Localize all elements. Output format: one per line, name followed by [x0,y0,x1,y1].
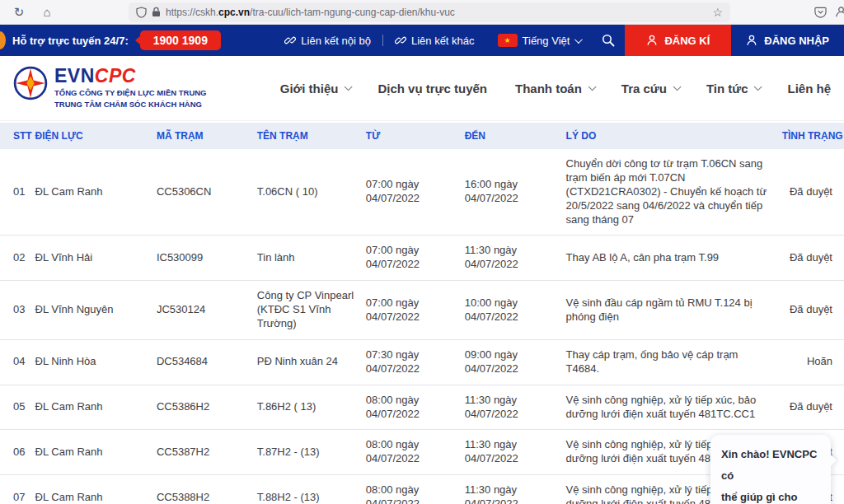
cell-stt: 07 [0,475,32,504]
cell-den: 16:00 ngày04/07/2022 [462,149,563,236]
nav-item-5[interactable]: Liên hệ [787,82,831,96]
cell-tu: 07:30 ngày04/07/2022 [363,339,462,385]
table-row: 05 ĐL Cam Ranh CC5386H2 T.86H2 ( 13) 08:… [0,385,844,430]
cell-ten-tram: Công ty CP Vinpearl (KTĐC S1 Vĩnh Trường… [254,281,363,340]
nav-item-1[interactable]: Dịch vụ trực tuyến [377,82,487,96]
site-header: EVNCPC TỔNG CÔNG TY ĐIỆN LỰC MIỀN TRUNG … [0,56,844,121]
cell-dien-luc: ĐL Cam Ranh [32,385,153,430]
search-button[interactable] [592,34,625,47]
cell-tu: 07:00 ngày04/07/2022 [363,281,462,340]
link-icon [284,35,296,46]
cell-tu: 07:00 ngày04/07/2022 [363,236,462,281]
register-button[interactable]: ĐĂNG KÍ [625,25,731,56]
hotline-badge[interactable]: 1900 1909 [140,30,221,50]
col-header-dien-luc: ĐIỆN LỰC [32,123,153,149]
home-icon[interactable]: ⌂ [36,6,58,18]
cell-dien-luc: ĐL Cam Ranh [32,475,153,504]
cell-stt: 06 [0,430,32,475]
cell-stt: 03 [0,281,32,340]
evncpc-logo[interactable]: EVNCPC TỔNG CÔNG TY ĐIỆN LỰC MIỀN TRUNG … [13,66,207,110]
cell-ly-do: Thay cáp trạm, ống bảo vệ cáp trạm T4684… [563,339,779,385]
col-header-ten-tram: TÊN TRẠM [254,123,363,149]
cell-ly-do: Vệ sinh công nghiệp, xử lý tiếp xúc, bảo… [563,385,779,430]
url-bar[interactable]: https://cskh.cpc.vn/tra-cuu/lich-tam-ngu… [129,2,730,22]
cell-ten-tram: T.06CN ( 10) [254,149,363,236]
browser-toolbar: ↻ ⌂ https://cskh.cpc.vn/tra-cuu/lich-tam… [0,0,844,25]
chat-line: Xin chào! EVNCPC có [721,444,820,487]
cell-dien-luc: ĐL Ninh Hòa [32,339,153,385]
nav-item-label: Liên hệ [787,82,831,96]
cell-den: 11:30 ngày04/07/2022 [462,236,563,281]
cell-ly-do: Chuyển dời công tơ từ trạm T.06CN sang t… [563,149,779,236]
cell-dien-luc: ĐL Vĩnh Nguyên [32,281,153,340]
cell-den: 11:30 ngày04/07/2022 [462,475,563,504]
nav-item-label: Tin tức [706,82,748,96]
chevron-down-icon [574,35,583,44]
main-navigation: Giới thiệuDịch vụ trực tuyếnThanh toánTr… [280,82,831,96]
nav-item-0[interactable]: Giới thiệu [280,82,350,96]
bookmark-star-icon[interactable]: ☆ [712,6,723,19]
url-text: https://cskh.cpc.vn/tra-cuu/lich-tam-ngu… [166,7,707,18]
lock-icon[interactable] [152,7,161,17]
cell-ma-tram: DC534684 [153,339,254,385]
nav-item-3[interactable]: Tra cứu [621,82,678,96]
col-header-ly-do: LÝ DO [563,123,779,149]
chat-greeting-bubble[interactable]: Xin chào! EVNCPC có thể giúp gì cho bạn? [710,435,831,504]
cell-ten-tram: T.87H2 - (13) [254,430,363,475]
cell-dien-luc: ĐL Vĩnh Hải [32,236,153,281]
tracking-shield-icon[interactable] [136,7,147,18]
cell-tu: 07:00 ngày04/07/2022 [363,149,462,236]
headset-icon [0,31,6,49]
cell-ten-tram: T.88H2 - (13) [254,475,363,504]
nav-item-4[interactable]: Tin tức [706,82,760,96]
cell-ma-tram: CC5386H2 [153,385,254,430]
col-header-tu: TỪ [363,123,462,149]
support-label: Hỗ trợ trực tuyến 24/7: [12,35,129,47]
internal-links[interactable]: Liên kết nội bộ [273,35,382,47]
chevron-down-icon [673,82,682,91]
language-selector[interactable]: ★ Tiếng Việt [486,34,593,47]
pocket-icon[interactable] [814,6,827,18]
nav-item-label: Giới thiệu [280,82,339,96]
utility-topbar: Hỗ trợ trực tuyến 24/7: 1900 1909 Liên k… [0,25,844,56]
cell-ma-tram: CC5388H2 [153,475,254,504]
cell-ma-tram: CC5306CN [153,149,254,236]
table-row: 03 ĐL Vĩnh Nguyên JC530124 Công ty CP Vi… [0,281,844,340]
cell-tu: 08:00 ngày04/07/2022 [363,475,462,504]
table-row: 04 ĐL Ninh Hòa DC534684 PĐ Ninh xuân 24 … [0,339,844,385]
evn-star-logo-icon [13,66,48,100]
reload-icon[interactable]: ↻ [8,6,30,18]
col-header-tinh-trang: TÌNH TRẠNG [779,123,844,149]
cell-tu: 08:00 ngày04/07/2022 [363,385,462,430]
cell-ten-tram: PĐ Ninh xuân 24 [254,339,363,385]
cell-tinh-trang: Đã duyệt [779,385,844,430]
cell-tu: 08:00 ngày04/07/2022 [363,430,462,475]
nav-item-label: Thanh toán [515,82,582,96]
account-icon[interactable] [835,6,844,18]
chat-line: thể giúp gì cho bạn? [721,487,820,504]
cell-tinh-trang: Đã duyệt [779,281,844,340]
cell-stt: 02 [0,236,32,281]
nav-item-2[interactable]: Thanh toán [515,82,593,96]
user-icon [646,35,658,46]
link-icon [395,35,406,46]
table-header-row: STT ĐIỆN LỰC MÃ TRẠM TÊN TRẠM TỪ ĐẾN LÝ … [0,123,844,149]
brand-subtitle: TỔNG CÔNG TY ĐIỆN LỰC MIỀN TRUNG TRUNG T… [54,87,207,110]
search-icon [602,34,615,47]
table-row: 01 ĐL Cam Ranh CC5306CN T.06CN ( 10) 07:… [0,149,844,236]
brand-name: EVNCPC [54,66,207,86]
external-links[interactable]: Liên kết khác [383,35,486,47]
cell-ma-tram: CC5387H2 [153,430,254,475]
chevron-down-icon [345,82,353,91]
cell-den: 11:30 ngày04/07/2022 [462,430,563,475]
col-header-ma-tram: MÃ TRẠM [153,123,254,149]
cell-ma-tram: JC530124 [153,281,254,340]
col-header-den: ĐẾN [462,123,563,149]
user-icon [746,35,757,46]
cell-dien-luc: ĐL Cam Ranh [32,430,153,475]
cell-ly-do: Thay AB lộ A, cân pha trạm T.99 [563,236,779,281]
vietnam-flag-icon: ★ [498,34,518,47]
chevron-down-icon [588,82,596,91]
cell-stt: 05 [0,385,32,430]
login-button[interactable]: ĐĂNG NHẬP [731,25,844,56]
